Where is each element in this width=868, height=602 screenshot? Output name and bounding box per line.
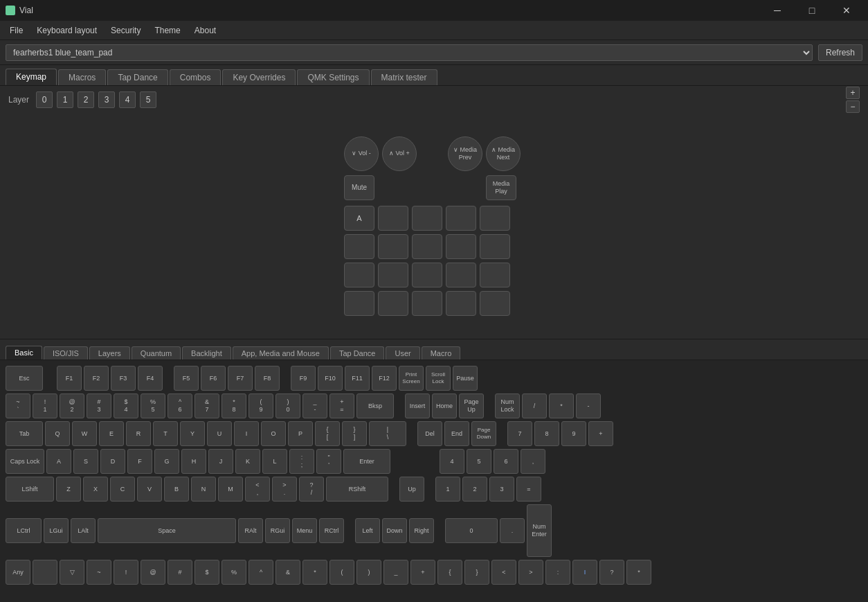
pk-dollar[interactable]: $	[195, 560, 219, 585]
pk-5[interactable]: %5	[141, 393, 165, 418]
encoder-vol-down[interactable]: ∨ Vol -	[344, 136, 379, 171]
pk-question[interactable]: ?	[599, 560, 624, 585]
pk-0[interactable]: )0	[275, 393, 300, 418]
pk-amp[interactable]: &	[275, 560, 300, 585]
pk-capslock[interactable]: Caps Lock	[6, 449, 44, 474]
pk-colon[interactable]: :	[545, 560, 570, 585]
key-r2c4[interactable]	[446, 234, 476, 259]
pk-down[interactable]: Down	[382, 518, 407, 543]
pk-sn[interactable]: N	[191, 477, 216, 502]
tab-tap-dance[interactable]: Tap Dance	[107, 69, 168, 85]
pk-8[interactable]: *8	[221, 393, 246, 418]
pk-lt[interactable]: <	[491, 560, 516, 585]
key-r4c2[interactable]	[378, 291, 408, 316]
encoder-vol-up[interactable]: ∧ Vol +	[382, 136, 417, 171]
pk-lbracket[interactable]: {[	[315, 421, 340, 446]
picker-tab-quantum[interactable]: Quantum	[132, 346, 181, 360]
picker-tab-user[interactable]: User	[386, 346, 419, 360]
key-r4c3[interactable]	[412, 291, 442, 316]
pk-f10[interactable]: F10	[318, 366, 343, 391]
key-r3c3[interactable]	[412, 263, 442, 287]
pk-f12[interactable]: F12	[372, 366, 397, 391]
pk-sx[interactable]: X	[83, 477, 108, 502]
key-r1c3[interactable]	[412, 206, 442, 231]
pk-equal[interactable]: +=	[329, 393, 354, 418]
tab-qmk-settings[interactable]: QMK Settings	[297, 69, 369, 85]
pk-star3[interactable]: *	[626, 560, 651, 585]
pk-del[interactable]: Del	[417, 421, 442, 446]
pk-numcomma[interactable]: ,	[521, 449, 545, 474]
pk-cd[interactable]: D	[100, 449, 125, 474]
pk-pipe[interactable]: I	[572, 560, 597, 585]
pk-gt[interactable]: >	[518, 560, 543, 585]
pk-pgdown[interactable]: Page Down	[471, 421, 496, 446]
pk-rctrl[interactable]: RCtrl	[319, 518, 344, 543]
pk-left[interactable]: Left	[355, 518, 380, 543]
layer-4-button[interactable]: 4	[119, 91, 136, 108]
pk-caret[interactable]: ^	[248, 560, 273, 585]
pk-backslash[interactable]: |\	[369, 421, 406, 446]
key-mute[interactable]: Mute	[344, 175, 374, 200]
key-r2c3[interactable]	[412, 234, 442, 259]
pk-rbracket[interactable]: }]	[342, 421, 367, 446]
pk-num7[interactable]: 7	[507, 421, 532, 446]
pk-period[interactable]: >.	[272, 477, 297, 502]
pk-pgup[interactable]: Page Up	[459, 393, 484, 418]
key-r4c4[interactable]	[446, 291, 476, 316]
key-r3c2[interactable]	[378, 263, 408, 287]
key-r1c4[interactable]	[446, 206, 476, 231]
pk-num6[interactable]: 6	[494, 449, 518, 474]
pk-numminus[interactable]: -	[576, 393, 601, 418]
pk-pause[interactable]: Pause	[453, 366, 478, 391]
pk-num5[interactable]: 5	[467, 449, 491, 474]
pk-numenter[interactable]: Num Enter	[527, 504, 552, 557]
pk-esc[interactable]: Esc	[6, 366, 43, 391]
pk-lcurly[interactable]: {	[437, 560, 462, 585]
pk-9[interactable]: (9	[248, 393, 273, 418]
pk-percent[interactable]: %	[221, 560, 246, 585]
pk-f6[interactable]: F6	[201, 366, 226, 391]
pk-tilde[interactable]: ~`	[6, 393, 30, 418]
pk-lalt[interactable]: LAlt	[71, 518, 96, 543]
key-r3c4[interactable]	[446, 263, 476, 287]
pk-lshift[interactable]: LShift	[6, 477, 54, 502]
pk-sv[interactable]: V	[137, 477, 162, 502]
layer-plus-button[interactable]: +	[846, 87, 860, 99]
pk-6[interactable]: ^6	[168, 393, 192, 418]
pk-f7[interactable]: F7	[228, 366, 253, 391]
pk-i[interactable]: I	[234, 421, 259, 446]
picker-tab-iso[interactable]: ISO/JIS	[44, 346, 88, 360]
minimize-button[interactable]: ─	[761, 0, 793, 21]
pk-lctrl[interactable]: LCtrl	[6, 518, 42, 543]
pk-tilde2[interactable]: ~	[87, 560, 111, 585]
pk-any[interactable]: Any	[6, 560, 30, 585]
pk-ca[interactable]: A	[46, 449, 71, 474]
pk-num2[interactable]: 2	[462, 477, 487, 502]
pk-rparen[interactable]: )	[356, 560, 381, 585]
pk-slash[interactable]: ?/	[299, 477, 324, 502]
pk-enter[interactable]: Enter	[343, 449, 390, 474]
pk-sm2[interactable]: M	[218, 477, 243, 502]
pk-p[interactable]: P	[288, 421, 313, 446]
pk-lgui[interactable]: LGui	[44, 518, 69, 543]
tab-matrix-tester[interactable]: Matrix tester	[371, 69, 437, 85]
pk-ch[interactable]: H	[181, 449, 206, 474]
pk-excl[interactable]: !	[114, 560, 138, 585]
pk-1[interactable]: !1	[33, 393, 57, 418]
pk-star2[interactable]: *	[302, 560, 327, 585]
maximize-button[interactable]: □	[796, 0, 828, 21]
pk-num4[interactable]: 4	[440, 449, 464, 474]
pk-o[interactable]: O	[261, 421, 286, 446]
pk-space[interactable]: Space	[98, 518, 236, 543]
encoder-media-prev[interactable]: ∨ Media Prev	[448, 136, 482, 171]
tab-keymap[interactable]: Keymap	[6, 69, 57, 85]
pk-4[interactable]: $4	[114, 393, 138, 418]
pk-insert[interactable]: Insert	[405, 393, 430, 418]
menu-file[interactable]: File	[3, 23, 30, 38]
pk-cf[interactable]: F	[127, 449, 152, 474]
pk-plus2[interactable]: +	[410, 560, 435, 585]
menu-security[interactable]: Security	[104, 23, 147, 38]
key-r3c5[interactable]	[480, 263, 510, 287]
close-button[interactable]: ✕	[831, 0, 862, 21]
layer-1-button[interactable]: 1	[57, 91, 73, 108]
